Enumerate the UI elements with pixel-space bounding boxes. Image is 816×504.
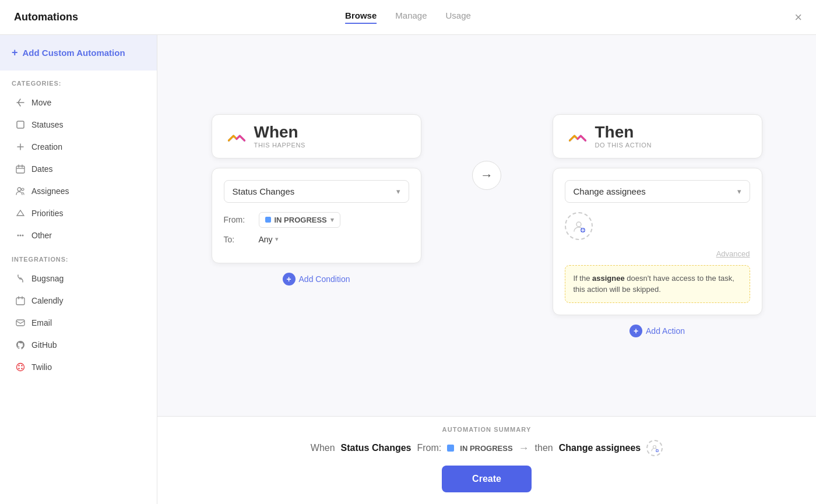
svg-point-21 <box>21 368 22 369</box>
then-header: Then DO THIS ACTION <box>553 114 762 158</box>
info-bold-text: assignee <box>592 274 625 283</box>
svg-point-26 <box>653 446 656 449</box>
top-nav: Automations Browse Manage Usage × <box>0 0 816 35</box>
to-any-text: Any <box>259 235 273 244</box>
sidebar-item-label-assignees: Assignees <box>31 186 69 196</box>
summary-arrow-icon: → <box>519 442 529 454</box>
sidebar-item-bugsnag[interactable]: Bugsnag <box>3 267 153 290</box>
sidebar-item-label-email: Email <box>31 318 52 327</box>
trigger-select[interactable]: Status Changes ▾ <box>224 180 409 203</box>
svg-rect-3 <box>16 166 24 173</box>
sidebar-item-label-github: GitHub <box>31 340 57 350</box>
svg-point-17 <box>17 364 24 371</box>
bottom-bar: AUTOMATION SUMMARY When Status Changes F… <box>157 416 816 504</box>
add-condition-label: Add Condition <box>299 274 350 284</box>
sidebar-item-assignees[interactable]: Assignees <box>3 180 153 202</box>
sidebar: + Add Custom Automation CATEGORIES: Move… <box>0 35 157 504</box>
arrow-connector: → <box>472 161 501 190</box>
sidebar-item-other[interactable]: Other <box>3 224 153 246</box>
summary-when-text: When <box>311 443 335 453</box>
svg-point-7 <box>17 188 21 191</box>
sidebar-item-dates[interactable]: Dates <box>3 158 153 180</box>
sidebar-item-creation[interactable]: Creation <box>3 136 153 158</box>
when-header: When THIS HAPPENS <box>212 114 421 158</box>
github-icon <box>15 340 26 350</box>
to-any-button[interactable]: Any ▾ <box>259 235 279 244</box>
automation-blocks: When THIS HAPPENS Status Changes ▾ From: <box>195 114 778 337</box>
svg-point-19 <box>21 365 22 366</box>
summary-from-text: From: <box>417 443 442 453</box>
summary-assignee-circle <box>646 440 663 456</box>
from-status-dot <box>265 217 271 223</box>
advanced-link[interactable]: Advanced <box>565 249 750 258</box>
add-custom-automation-button[interactable]: + Add Custom Automation <box>0 35 157 71</box>
categories-section-label: CATEGORIES: <box>0 71 157 91</box>
when-card: Status Changes ▾ From: IN PROGRESS ▾ <box>212 168 421 263</box>
plus-icon: + <box>12 47 18 59</box>
to-row: To: Any ▾ <box>224 235 409 244</box>
summary-then-text: then <box>535 443 553 453</box>
sidebar-item-statuses[interactable]: Statuses <box>3 114 153 136</box>
statuses-icon <box>15 119 26 130</box>
when-column: When THIS HAPPENS Status Changes ▾ From: <box>195 114 437 286</box>
action-label: Change assignees <box>574 186 646 196</box>
from-row: From: IN PROGRESS ▾ <box>224 212 409 228</box>
sidebar-item-priorities[interactable]: Priorities <box>3 202 153 224</box>
sidebar-item-label-creation: Creation <box>31 142 62 151</box>
add-action-label: Add Action <box>646 326 685 336</box>
svg-point-20 <box>18 368 19 369</box>
sidebar-item-label-other: Other <box>31 231 52 240</box>
summary-row: When Status Changes From: IN PROGRESS → … <box>181 440 793 466</box>
content-area: When THIS HAPPENS Status Changes ▾ From: <box>157 35 816 504</box>
svg-point-11 <box>22 235 24 237</box>
creation-icon <box>15 142 26 152</box>
then-subtitle: DO THIS ACTION <box>595 142 652 149</box>
then-column: Then DO THIS ACTION Change assignees ▾ <box>536 114 778 337</box>
sidebar-item-move[interactable]: Move <box>3 91 153 114</box>
dates-icon <box>15 164 26 174</box>
then-card: Change assignees ▾ <box>553 168 762 315</box>
summary-status-value: IN PROGRESS <box>460 444 512 453</box>
bugsnag-icon <box>15 273 26 284</box>
svg-rect-0 <box>17 121 24 128</box>
sidebar-item-label-move: Move <box>31 98 51 107</box>
sidebar-item-label-priorities: Priorities <box>31 209 63 218</box>
trigger-label: Status Changes <box>233 186 295 196</box>
nav-tabs: Browse Manage Usage <box>345 10 471 24</box>
tab-usage[interactable]: Usage <box>446 10 471 24</box>
when-title: When <box>254 124 306 140</box>
from-status-text: IN PROGRESS <box>275 216 327 224</box>
add-action-button[interactable]: + Add Action <box>629 325 685 337</box>
sidebar-item-label-twilio: Twilio <box>31 362 52 372</box>
move-icon <box>15 97 26 108</box>
from-status-badge[interactable]: IN PROGRESS ▾ <box>259 212 340 228</box>
sidebar-item-calendly[interactable]: Calendly <box>3 290 153 312</box>
add-custom-label: Add Custom Automation <box>23 48 125 58</box>
sidebar-item-twilio[interactable]: Twilio <box>3 356 153 378</box>
svg-point-12 <box>19 277 22 280</box>
svg-rect-13 <box>16 298 24 305</box>
main-layout: + Add Custom Automation CATEGORIES: Move… <box>0 35 816 504</box>
create-button-row: Create <box>181 466 793 504</box>
from-label: From: <box>224 215 252 224</box>
add-condition-button[interactable]: + Add Condition <box>283 273 350 286</box>
sidebar-item-email[interactable]: Email <box>3 312 153 334</box>
sidebar-item-label-bugsnag: Bugsnag <box>31 274 64 283</box>
action-chevron-icon: ▾ <box>737 187 741 196</box>
svg-point-9 <box>17 235 19 237</box>
integrations-section-label: INTEGRATIONS: <box>0 246 157 267</box>
svg-point-18 <box>18 365 19 366</box>
close-button[interactable]: × <box>794 10 802 25</box>
create-button[interactable]: Create <box>442 466 532 492</box>
clickup-logo-when <box>226 126 247 147</box>
info-box: If the assignee doesn't have access to t… <box>565 265 750 303</box>
svg-point-22 <box>576 222 581 227</box>
sidebar-item-label-calendly: Calendly <box>31 296 63 305</box>
tab-manage[interactable]: Manage <box>395 10 427 24</box>
action-select[interactable]: Change assignees ▾ <box>565 180 750 203</box>
summary-status-dot <box>447 445 454 452</box>
sidebar-item-github[interactable]: GitHub <box>3 334 153 356</box>
tab-browse[interactable]: Browse <box>345 10 377 24</box>
app-title: Automations <box>14 11 78 23</box>
clickup-logo-then <box>567 126 588 147</box>
